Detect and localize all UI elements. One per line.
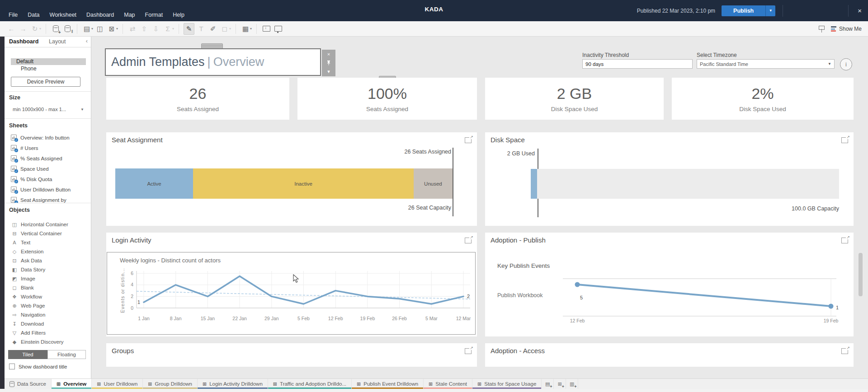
object-item-ask-data[interactable]: ⊡Ask Data: [5, 256, 91, 265]
disk-capacity-bar[interactable]: [531, 169, 839, 199]
show-dashboard-title-row[interactable]: Show dashboard title: [9, 364, 67, 369]
object-item-add-filters[interactable]: ▽Add Filters: [5, 328, 91, 337]
borders-caret-icon[interactable]: ▾: [229, 27, 231, 31]
object-item-web-page[interactable]: ⊕Web Page: [5, 301, 91, 310]
totals-caret-icon[interactable]: ▾: [172, 27, 174, 31]
object-item-horizontal-container[interactable]: ◫Horizontal Container: [5, 220, 91, 229]
object-item-workflow[interactable]: ❖Workflow: [5, 292, 91, 301]
menu-map[interactable]: Map: [119, 9, 140, 20]
sheet-item--seats-assigned[interactable]: % Seats Assigned: [5, 153, 91, 163]
publish-dropdown-caret-icon[interactable]: ▼: [765, 5, 775, 16]
seat-segment-unused[interactable]: Unused: [414, 168, 453, 199]
show-me-label[interactable]: Show Me: [839, 26, 862, 32]
object-item-image[interactable]: ◩Image: [5, 274, 91, 283]
sheet-item-seat-assignment-by[interactable]: Seat Assignment by: [5, 195, 91, 203]
adoption-publish-line-chart[interactable]: 5112 Feb19 Feb: [485, 233, 854, 336]
floating-toggle-button[interactable]: Floating: [47, 350, 86, 359]
tab-group-drilldown[interactable]: ⊞Group Drilldown: [143, 379, 198, 389]
menu-help[interactable]: Help: [168, 9, 189, 20]
menu-worksheet[interactable]: Worksheet: [45, 9, 82, 20]
pin-icon[interactable]: [326, 60, 331, 66]
sheet-item-overview-info-button[interactable]: Overview: Info button: [5, 132, 91, 143]
object-item-navigation[interactable]: ⇨Navigation: [5, 310, 91, 319]
pause-auto-updates-icon[interactable]: [62, 23, 72, 34]
replay-caret-icon[interactable]: ▾: [39, 27, 41, 31]
borders-icon[interactable]: ◻: [220, 23, 230, 34]
disk-used-bar[interactable]: [531, 169, 537, 199]
show-me-icon[interactable]: [831, 26, 836, 32]
device-item-default[interactable]: Default: [11, 58, 86, 65]
object-item-extension[interactable]: ◇Extension: [5, 247, 91, 256]
device-item-phone[interactable]: Phone: [11, 65, 86, 72]
replay-icon[interactable]: ↻: [30, 23, 40, 34]
menu-file[interactable]: File: [4, 9, 23, 20]
clear-sheet-caret-icon[interactable]: ▾: [116, 27, 118, 31]
show-dashboard-title-checkbox[interactable]: [9, 364, 15, 369]
timezone-select[interactable]: Pacific Standard Time ▼: [697, 59, 835, 69]
tab-overview[interactable]: ⊞Overview: [52, 379, 92, 389]
menu-format[interactable]: Format: [140, 9, 168, 20]
vertical-scrollbar-thumb[interactable]: [859, 253, 863, 296]
text-label-icon[interactable]: T: [196, 23, 206, 34]
tab-traffic-and-adoption-drilldo-[interactable]: ⊞Traffic and Adoption Drilldo...: [268, 379, 352, 389]
seat-segment-active[interactable]: Active: [115, 168, 193, 199]
go-to-sheet-icon[interactable]: [841, 348, 848, 354]
totals-icon[interactable]: Σ: [163, 23, 173, 34]
sheet-item--disk-quota[interactable]: % Disk Quota: [5, 174, 91, 184]
object-item-text[interactable]: AText: [5, 238, 91, 247]
duplicate-sheet-icon[interactable]: ◫: [95, 23, 105, 34]
menu-data[interactable]: Data: [23, 9, 44, 20]
seat-segment-inactive[interactable]: Inactive: [193, 168, 414, 199]
info-button[interactable]: i: [840, 58, 852, 70]
sheet-item-space-used[interactable]: Space Used: [5, 163, 91, 174]
new-data-source-icon[interactable]: [51, 23, 61, 34]
new-story-button[interactable]: ▥: [566, 379, 578, 389]
new-dashboard-button[interactable]: ⊞: [554, 379, 566, 389]
go-to-sheet-icon[interactable]: [465, 348, 472, 354]
tab-user-drilldown[interactable]: ⊞User Drilldown: [92, 379, 143, 389]
tab-publish-event-drilldown[interactable]: ⊞Publish Event Drilldown: [352, 379, 424, 389]
presentation-mode-icon[interactable]: [273, 23, 283, 34]
new-worksheet-caret-icon[interactable]: ▾: [91, 27, 93, 31]
tab-login-activity-drilldown[interactable]: ⊞Login Activity Drilldown: [198, 379, 268, 389]
annotation-icon[interactable]: ✐: [208, 23, 218, 34]
tab-dashboard[interactable]: Dashboard: [9, 38, 38, 45]
tab-layout[interactable]: Layout: [49, 38, 66, 45]
size-dropdown[interactable]: min 1000x900 - max 1... ▼: [13, 105, 84, 113]
inactivity-threshold-input[interactable]: [585, 61, 689, 67]
collapse-pane-icon[interactable]: ‹: [86, 37, 88, 44]
device-preview-button[interactable]: Device Preview: [11, 77, 80, 87]
seat-assignment-stacked-bar[interactable]: ActiveInactiveUnused: [115, 168, 453, 199]
login-activity-line-chart[interactable]: 02461 Jan8 Jan15 Jan22 Jan29 Jan5 Feb12 …: [106, 233, 477, 336]
go-to-sheet-icon[interactable]: [465, 137, 472, 143]
object-item-blank[interactable]: ◻Blank: [5, 283, 91, 292]
new-worksheet-icon[interactable]: ▤: [82, 23, 92, 34]
tab-data-source[interactable]: Data Source: [5, 379, 52, 389]
redo-icon[interactable]: →: [18, 23, 28, 34]
dashboard-title-container[interactable]: Admin Templates | Overview: [105, 48, 321, 76]
inactivity-threshold-field[interactable]: [582, 59, 693, 69]
download-presentation-icon[interactable]: [261, 23, 271, 34]
menu-dashboard[interactable]: Dashboard: [81, 9, 119, 20]
clear-sheet-icon[interactable]: ⊠: [107, 23, 117, 34]
tab-stats-for-space-usage[interactable]: ⊞Stats for Space Usage: [472, 379, 542, 389]
go-to-sheet-icon[interactable]: [841, 137, 848, 143]
show-hide-cards-caret-icon[interactable]: ▾: [250, 27, 252, 31]
new-worksheet-button[interactable]: ▤: [542, 379, 554, 389]
tab-stale-content[interactable]: ⊞Stale Content: [424, 379, 472, 389]
sheet-item--users[interactable]: # Users: [5, 143, 91, 153]
chevron-down-icon[interactable]: ▾: [327, 69, 330, 74]
close-icon[interactable]: ×: [855, 6, 864, 15]
object-item-vertical-container[interactable]: ⊟Vertical Container: [5, 229, 91, 238]
object-item-einstein-discovery[interactable]: ◆Einstein Discovery: [5, 337, 91, 346]
tiled-toggle-button[interactable]: Tiled: [8, 350, 47, 359]
sheet-item-user-drilldown-button[interactable]: User Drilldown Button: [5, 184, 91, 195]
object-item-data-story[interactable]: ◧Data Story: [5, 265, 91, 274]
swap-rows-columns-icon[interactable]: ⇄: [127, 23, 137, 34]
sort-descending-icon[interactable]: ⇩: [151, 23, 161, 34]
highlight-icon[interactable]: ✎: [184, 23, 194, 35]
status-flag-icon[interactable]: [819, 25, 825, 33]
remove-container-icon[interactable]: ×: [327, 52, 330, 57]
object-item-download[interactable]: ↧Download: [5, 319, 91, 328]
show-hide-cards-icon[interactable]: ▦: [241, 23, 250, 34]
